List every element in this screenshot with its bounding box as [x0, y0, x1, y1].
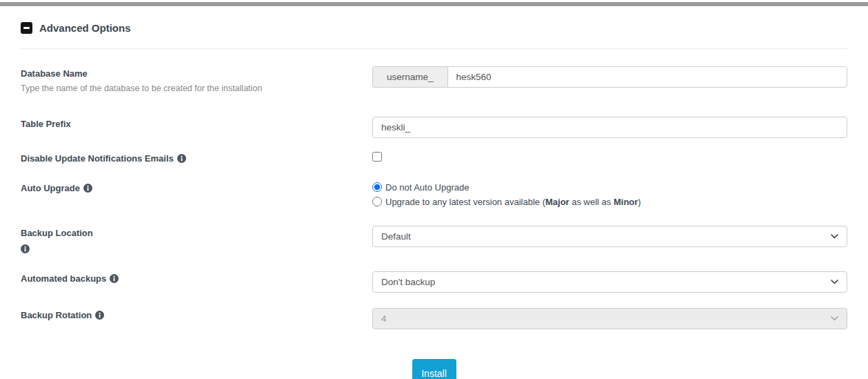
backup-location-label-text: Backup Location: [21, 228, 93, 238]
field-row-table-prefix: Table Prefix: [21, 117, 847, 138]
install-button[interactable]: Install: [412, 359, 456, 379]
field-row-automated-backups: Automated backups Don't backup: [21, 271, 847, 293]
disable-update-notifications-checkbox[interactable]: [372, 152, 382, 162]
field-row-backup-rotation: Backup Rotation 4: [21, 308, 847, 329]
install-button-row: Install: [21, 359, 847, 379]
backup-location-select[interactable]: Default: [372, 226, 847, 247]
database-name-label: Database Name: [21, 68, 372, 80]
table-prefix-label: Table Prefix: [21, 119, 372, 130]
auto-upgrade-option-no[interactable]: Do not Auto Upgrade: [372, 182, 847, 193]
info-circle-icon[interactable]: [83, 184, 92, 193]
database-name-description: Type the name of the database to be crea…: [21, 84, 372, 93]
auto-upgrade-radio-group: Do not Auto Upgrade Upgrade to any lates…: [372, 181, 847, 207]
field-row-auto-upgrade: Auto Upgrade Do not Auto Upgrade Upgrade…: [21, 181, 847, 211]
auto-upgrade-option-any[interactable]: Upgrade to any latest version available …: [372, 197, 847, 207]
chevron-down-icon: [831, 280, 838, 284]
field-row-disable-update-notifications: Disable Update Notifications Emails: [21, 151, 847, 165]
database-name-input[interactable]: [447, 66, 847, 88]
backup-rotation-label-text: Backup Rotation: [21, 310, 92, 320]
collapse-minus-icon[interactable]: [21, 22, 32, 34]
chevron-down-icon: [831, 234, 838, 239]
info-circle-icon[interactable]: [110, 274, 119, 283]
backup-rotation-selected-value: 4: [381, 313, 387, 324]
database-name-input-group: username_: [372, 66, 847, 88]
disable-update-notifications-checkbox-wrap: [372, 151, 847, 164]
backup-location-label: Backup Location: [21, 228, 372, 253]
minus-glyph: [23, 27, 30, 29]
disable-update-notifications-label: Disable Update Notifications Emails: [21, 153, 372, 165]
auto-upgrade-radio-no[interactable]: [372, 182, 382, 192]
top-accent-bar: [0, 2, 868, 6]
field-row-backup-location: Backup Location Default: [21, 226, 847, 253]
disable-update-notifications-label-text: Disable Update Notifications Emails: [21, 153, 174, 164]
backup-rotation-label: Backup Rotation: [21, 310, 372, 322]
info-circle-icon[interactable]: [21, 244, 372, 253]
section-divider: [21, 48, 847, 49]
table-prefix-input[interactable]: [372, 117, 847, 138]
backup-location-selected-value: Default: [381, 231, 411, 242]
automated-backups-selected-value: Don't backup: [381, 277, 435, 287]
field-row-database-name: Database Name Type the name of the datab…: [21, 66, 847, 93]
auto-upgrade-label-text: Auto Upgrade: [21, 183, 80, 193]
auto-upgrade-radio-any[interactable]: [372, 197, 382, 206]
advanced-options-panel: Advanced Options Database Name Type the …: [0, 22, 868, 379]
automated-backups-label-text: Automated backups: [21, 273, 106, 284]
info-circle-icon[interactable]: [177, 154, 186, 163]
automated-backups-select[interactable]: Don't backup: [372, 271, 847, 293]
section-header: Advanced Options: [21, 22, 847, 34]
database-prefix-addon: username_: [372, 66, 447, 88]
auto-upgrade-option-no-label: Do not Auto Upgrade: [385, 182, 469, 193]
auto-upgrade-label: Auto Upgrade: [21, 183, 372, 195]
backup-rotation-select: 4: [372, 308, 847, 329]
chevron-down-icon: [831, 316, 838, 321]
info-circle-icon[interactable]: [95, 311, 104, 320]
section-title: Advanced Options: [39, 22, 131, 34]
automated-backups-label: Automated backups: [21, 273, 372, 285]
auto-upgrade-option-any-label: Upgrade to any latest version available …: [385, 197, 641, 207]
